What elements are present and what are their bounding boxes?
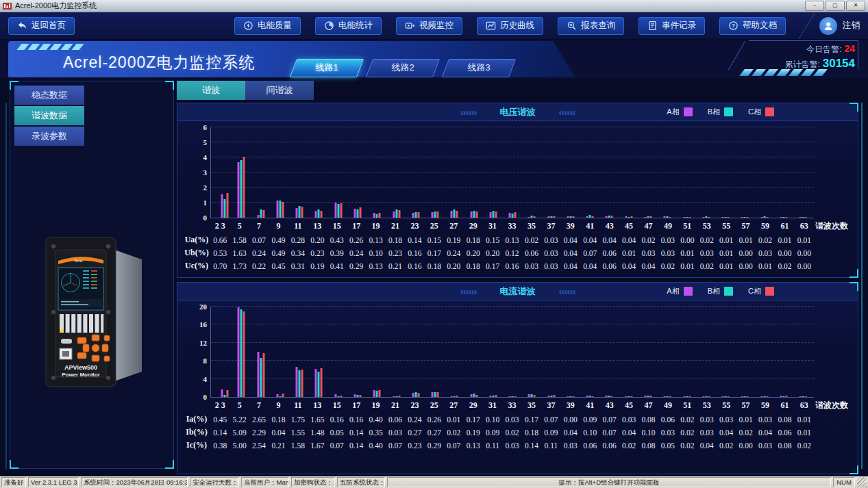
bar (569, 396, 571, 397)
nav-event-log[interactable]: 事件记录 (638, 17, 705, 35)
sidebar-item-harmonic-data[interactable]: 谐波数据 (14, 106, 84, 125)
table-cell: 0.03 (541, 249, 560, 257)
table-cell: 0.20 (308, 236, 327, 244)
table-cell: 0.41 (327, 262, 347, 270)
tab-line2[interactable]: 线路2 (366, 59, 440, 77)
x-tick-label: 51 (678, 221, 697, 231)
bar (514, 212, 517, 218)
x-tick-label: 45 (619, 400, 638, 411)
device-subtitle: Power Monitor (62, 372, 100, 378)
close-button[interactable]: ✕ (846, 1, 865, 11)
table-cell: 0.15 (425, 236, 444, 244)
table-cell: 0.04 (697, 441, 717, 450)
video-monitor-icon (405, 21, 415, 31)
table-cell: 0.06 (599, 249, 619, 257)
bar (379, 390, 381, 397)
table-cell: 0.03 (658, 249, 678, 257)
panel-header: ›››››› 电流谐波 ‹‹‹‹‹‹ A相B相C相 (177, 283, 858, 300)
table-cell: 0.03 (638, 249, 658, 257)
x-tick-label: 9 (269, 221, 288, 231)
sidebar-item-steady-data[interactable]: 稳态数据 (14, 86, 84, 105)
x-tick-label: 61 (775, 400, 794, 411)
x-tick-label: 41 (580, 221, 599, 231)
nav-power-quality[interactable]: 电能质量 (234, 17, 301, 35)
nav-label: 视频监控 (419, 20, 454, 31)
x-tick-label: 5 (230, 400, 249, 411)
x-tick-label: 27 (444, 221, 463, 231)
table-cell: 0.10 (580, 428, 599, 437)
bar (337, 396, 339, 397)
table-cell: 0.39 (327, 249, 347, 257)
bar (782, 396, 784, 398)
nav-video-monitor[interactable]: 视频监控 (396, 17, 462, 35)
bar (451, 211, 453, 218)
bar (705, 396, 707, 397)
bar (340, 203, 342, 218)
table-cell: 0.06 (522, 249, 541, 257)
status-bar: 准备好Ver 2.3.1 LEG 3.3.18系统时间：2023年06月28日 … (0, 476, 868, 488)
x-axis-labels: 2 35791113151719212325272931333537394143… (183, 220, 852, 231)
table-cell: 0.03 (697, 415, 717, 424)
bar-group-slot (774, 307, 793, 397)
decor-arrows-right: ›››››› (460, 285, 477, 297)
table-cell: 0.01 (775, 236, 794, 244)
bar (492, 396, 494, 397)
table-cell: 0.03 (697, 428, 717, 437)
nav-help-doc[interactable]: ? 帮助文档 (719, 17, 786, 35)
nav-label: 电能质量 (258, 20, 292, 31)
y-tick-label: 12 (188, 339, 207, 347)
nav-bar: 返回首页 电能质量 电能统计 视频监控 (0, 12, 868, 40)
tab-line1[interactable]: 线路1 (290, 59, 364, 77)
bar (780, 217, 782, 218)
nav-label: 历史曲线 (500, 20, 534, 31)
tab-interharmonic[interactable]: 间谐波 (245, 81, 314, 100)
table-cell: 0.13 (366, 262, 385, 270)
back-home-button[interactable]: 返回首页 (8, 17, 75, 35)
x-tick-label: 13 (308, 221, 327, 231)
bar (547, 216, 549, 218)
table-cell: 0.14 (347, 441, 366, 450)
table-row: Ib(%)0.145.092.290.041.551.480.050.140.3… (183, 426, 852, 439)
sidebar-item-wave-record[interactable]: 录波参数 (14, 127, 84, 146)
nav-report-query[interactable]: 报表查询 (558, 17, 624, 35)
bar-group-slot (309, 127, 328, 218)
table-cell: 0.21 (269, 441, 288, 450)
voltage-harmonics-table: Ua(%)0.661.580.070.490.280.200.430.260.1… (183, 233, 852, 272)
nav-energy-stats[interactable]: 电能统计 (315, 17, 382, 35)
bar (744, 217, 746, 218)
bar (606, 396, 608, 397)
bar-group-slot (522, 307, 541, 397)
bar (628, 217, 630, 218)
table-cell: 0.49 (269, 236, 288, 244)
gridline (211, 342, 814, 343)
bar (226, 193, 228, 218)
bar (437, 211, 439, 218)
table-cell: 0.16 (405, 249, 424, 257)
x-tick-label: 35 (522, 400, 541, 411)
bar (805, 217, 807, 218)
table-row: Uc(%)0.701.730.220.450.310.190.410.290.1… (183, 259, 852, 272)
table-cell: 0.06 (775, 428, 794, 437)
tab-line3[interactable]: 线路3 (442, 59, 516, 77)
nav-history-curve[interactable]: 历史曲线 (477, 17, 543, 35)
bar (625, 216, 627, 218)
table-cell: 0.18 (522, 428, 541, 437)
alarm-today-value: 24 (844, 43, 855, 54)
resize-grip[interactable] (857, 477, 867, 487)
table-cell: 0.00 (678, 236, 697, 244)
bar (630, 216, 632, 218)
table-cell: 0.02 (619, 441, 638, 450)
y-tick-label: 0 (188, 393, 207, 401)
bar (509, 396, 511, 397)
tab-harmonic[interactable]: 谐波 (177, 81, 245, 100)
x-tick-label: 53 (697, 221, 717, 231)
maximize-button[interactable]: ▢ (826, 1, 845, 11)
bar (373, 390, 375, 397)
x-tick-label: 59 (756, 221, 775, 231)
bar (437, 392, 439, 397)
table-cell: 0.03 (541, 262, 560, 270)
table-cell: 0.18 (463, 236, 482, 244)
table-cell: 0.13 (366, 236, 385, 244)
minimize-button[interactable]: – (805, 1, 824, 11)
logout-button[interactable]: 注销 (819, 17, 860, 35)
